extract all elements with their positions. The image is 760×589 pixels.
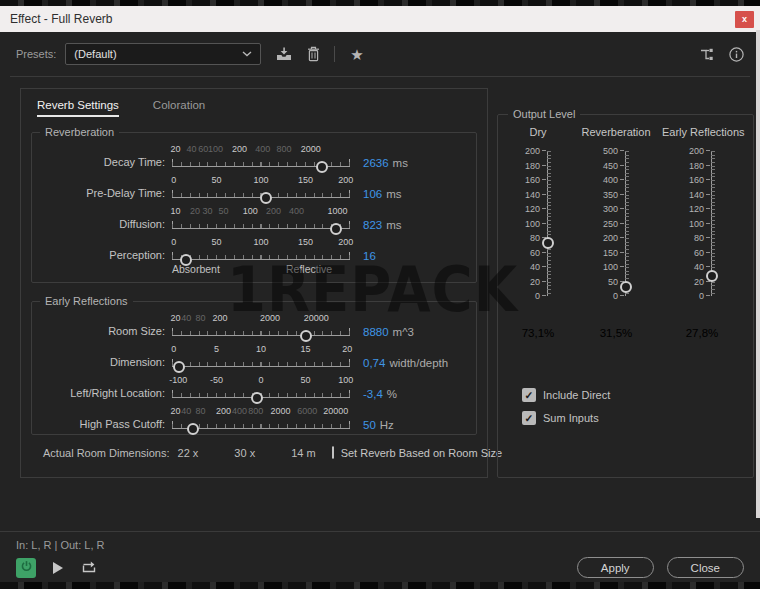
scale-label: 200 (213, 313, 228, 323)
perception-value[interactable]: 16 (363, 250, 376, 265)
diffusion-value[interactable]: 823ms (363, 219, 402, 234)
info-icon[interactable] (729, 47, 744, 62)
scale-label: 180 (525, 161, 546, 171)
tab-coloration[interactable]: Coloration (153, 99, 205, 117)
reverberation-group-title: Reverberation (40, 126, 119, 138)
include-direct-checkbox[interactable]: ✓ (522, 388, 536, 402)
pre-delay-time-value[interactable]: 106ms (363, 188, 402, 203)
slider-thumb[interactable] (330, 223, 342, 235)
loop-playback-icon[interactable] (80, 561, 98, 575)
delete-preset-icon[interactable] (307, 46, 320, 62)
sum-inputs-checkbox[interactable]: ✓ (522, 411, 536, 425)
slider-thumb[interactable] (260, 192, 272, 204)
dimension-track[interactable] (172, 358, 350, 367)
scale-label: 400 (255, 144, 270, 154)
pre-delay-time-row: Pre-Delay Time:050100150200106ms (38, 172, 470, 203)
decay-time-track[interactable] (172, 158, 350, 167)
scale-label: 400 (289, 206, 304, 216)
room-size-value[interactable]: 8880m^3 (363, 326, 414, 341)
left-right-location-track[interactable] (172, 389, 350, 398)
scale-label: 20000 (304, 313, 329, 323)
dimension-slider[interactable]: 05101520 (172, 343, 350, 372)
perception-track[interactable] (172, 251, 350, 260)
scale-label: 140 (525, 190, 546, 200)
track-cap (172, 328, 173, 336)
tab-reverb-settings[interactable]: Reverb Settings (37, 99, 119, 117)
pre-delay-time-track[interactable] (172, 189, 350, 198)
decay-time-slider[interactable]: 2040601002004008002000 (172, 143, 350, 172)
favorite-star-icon[interactable]: ★ (350, 47, 363, 62)
edit-routing-icon[interactable] (698, 47, 714, 62)
pre-delay-time-slider[interactable]: 050100150200 (172, 174, 350, 203)
slider-thumb[interactable] (542, 237, 554, 249)
set-reverb-based-on-room-size-checkbox[interactable] (332, 446, 334, 459)
actual-room-dimensions-label: Actual Room Dimensions: (43, 447, 170, 459)
sum-inputs-label: Sum Inputs (543, 412, 599, 424)
play-button[interactable] (53, 562, 63, 574)
early-reflections-column: 200180160140120100806040200 (662, 151, 742, 296)
tabs: Reverb SettingsColoration (31, 97, 477, 126)
high-pass-cutoff-slider[interactable]: 2040802004008002000600020000 (172, 405, 350, 434)
diffusion-track[interactable] (172, 220, 350, 229)
left-right-location-slider[interactable]: -100-50050100 (172, 374, 350, 403)
slider-thumb[interactable] (316, 161, 328, 173)
reverberation-track[interactable] (625, 151, 635, 296)
slider-thumb[interactable] (620, 281, 632, 293)
room-size-label: Room Size: (38, 325, 172, 341)
scale-label: 400 (232, 406, 247, 416)
scale-label: 0 (258, 375, 263, 385)
high-pass-cutoff-track[interactable] (172, 420, 350, 429)
scale-label: 2000 (271, 406, 291, 416)
dry-slider[interactable]: 200180160140120100806040200 (519, 151, 557, 296)
apply-button[interactable]: Apply (577, 557, 654, 578)
reverberation-slider[interactable]: 500450400350300250200150100500 (597, 151, 635, 296)
room-width-value[interactable]: 22 x (178, 447, 199, 459)
dimension-value[interactable]: 0,74width/depth (363, 357, 448, 372)
scale-label: 140 (689, 190, 710, 200)
scale-label: 10 (256, 344, 266, 354)
decay-time-row: Decay Time:20406010020040080020002636ms (38, 141, 470, 172)
scale-label: 80 (195, 406, 205, 416)
scale-label: 100 (525, 219, 546, 229)
effect-power-toggle[interactable] (16, 558, 36, 578)
save-preset-icon[interactable] (276, 47, 292, 61)
early-reflections-slider[interactable]: 200180160140120100806040200 (683, 151, 721, 296)
scale-label: 50 (211, 175, 221, 185)
scale-label: 800 (248, 406, 263, 416)
track-cap (172, 421, 173, 429)
slider-thumb[interactable] (300, 330, 312, 342)
room-size-track[interactable] (172, 327, 350, 336)
early-reflections-value[interactable]: 27,8% (662, 327, 742, 339)
room-depth-value[interactable]: 30 x (234, 447, 255, 459)
left-right-location-label: Left/Right Location: (38, 387, 172, 403)
scale-label: -100 (169, 375, 187, 385)
scale-label: 200 (525, 146, 546, 156)
early-reflections-track[interactable] (711, 151, 721, 296)
scale-label: 1000 (328, 206, 348, 216)
scale-label: 300 (603, 204, 624, 214)
slider-thumb[interactable] (173, 361, 185, 373)
room-height-value[interactable]: 14 m (291, 447, 315, 459)
perception-row: Perception:050100150200AbsorbentReflecti… (38, 234, 470, 265)
close-button[interactable]: Close (667, 557, 744, 578)
diffusion-slider[interactable]: 102030501002004001000 (172, 205, 350, 234)
decay-time-label: Decay Time: (38, 156, 172, 172)
track-cap (349, 328, 350, 336)
scale-label: 5 (214, 344, 219, 354)
left-right-location-value[interactable]: -3,4% (363, 388, 397, 403)
output-level-headers: DryReverberationEarly Reflections (506, 126, 745, 138)
slider-thumb[interactable] (251, 392, 263, 404)
perception-slider[interactable]: 050100150200AbsorbentReflective (172, 236, 350, 265)
track-cap (172, 252, 173, 260)
window-title: Effect - Full Reverb (10, 12, 112, 26)
slider-thumb[interactable] (706, 270, 718, 282)
room-size-slider[interactable]: 204080200200020000 (172, 312, 350, 341)
decay-time-value[interactable]: 2636ms (363, 157, 408, 172)
dry-track[interactable] (547, 151, 557, 296)
dry-value[interactable]: 73,1% (506, 327, 570, 339)
slider-thumb[interactable] (187, 423, 199, 435)
high-pass-cutoff-value[interactable]: 50Hz (363, 419, 394, 434)
reverberation-value[interactable]: 31,5% (570, 327, 662, 339)
close-window-button[interactable]: x (735, 11, 754, 28)
preset-dropdown[interactable]: (Default) (65, 43, 261, 65)
